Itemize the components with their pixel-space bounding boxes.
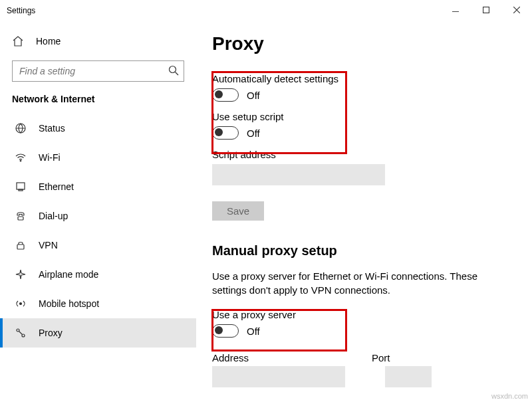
address-input[interactable] [212, 366, 345, 387]
nav-label: Wi-Fi [39, 152, 61, 163]
svg-point-8 [20, 303, 22, 305]
nav-ethernet[interactable]: Ethernet [0, 172, 196, 201]
search-box[interactable] [12, 60, 184, 82]
vpn-icon [15, 239, 27, 251]
window-controls: — [440, 0, 532, 21]
globe-icon [15, 122, 27, 134]
nav-label: Mobile hotspot [39, 298, 99, 309]
nav-label: Proxy [39, 328, 63, 338]
search-icon [168, 65, 179, 78]
port-label: Port [372, 352, 432, 363]
svg-rect-6 [18, 217, 23, 220]
nav-status[interactable]: Status [0, 114, 196, 143]
nav-dialup[interactable]: Dial-up [0, 201, 196, 231]
hotspot-icon [15, 298, 27, 310]
nav-label: Dial-up [39, 211, 68, 221]
sidebar: Home Network & Internet Status Wi-Fi Eth… [0, 21, 196, 400]
search-input[interactable] [12, 60, 184, 82]
nav-label: VPN [39, 240, 58, 250]
home-icon [12, 35, 24, 47]
close-icon [513, 7, 520, 15]
use-proxy-state: Off [247, 326, 260, 337]
svg-rect-0 [483, 7, 489, 13]
svg-point-9 [17, 329, 19, 332]
minimize-icon: — [452, 7, 459, 15]
main-panel: Proxy Automatically detect settings Off … [196, 21, 532, 400]
sidebar-section-header: Network & Internet [0, 94, 196, 114]
wifi-icon [15, 151, 27, 163]
toggle-knob [215, 326, 223, 334]
svg-rect-4 [17, 183, 25, 189]
script-address-label: Script address [212, 149, 513, 160]
script-address-input[interactable] [212, 164, 385, 185]
svg-point-1 [170, 66, 176, 73]
nav-proxy[interactable]: Proxy [0, 318, 196, 348]
nav-label: Ethernet [39, 181, 74, 192]
home-label: Home [36, 36, 61, 47]
toggle-knob [215, 128, 223, 136]
setup-script-label: Use setup script [212, 111, 513, 122]
dialup-icon [15, 210, 27, 222]
watermark: wsxdn.com [491, 392, 528, 400]
svg-rect-5 [19, 189, 23, 191]
toggle-knob [215, 90, 223, 98]
nav-label: Airplane mode [39, 269, 98, 280]
address-label: Address [212, 352, 345, 363]
svg-point-10 [22, 334, 25, 337]
ethernet-icon [15, 181, 27, 193]
use-proxy-toggle[interactable] [212, 324, 239, 338]
setup-script-state: Off [247, 128, 260, 139]
svg-point-3 [20, 160, 21, 161]
nav-airplane[interactable]: Airplane mode [0, 260, 196, 289]
nav-hotspot[interactable]: Mobile hotspot [0, 289, 196, 318]
nav-vpn[interactable]: VPN [0, 231, 196, 260]
manual-description: Use a proxy server for Ethernet or Wi-Fi… [212, 269, 498, 297]
auto-detect-toggle[interactable] [212, 88, 239, 102]
svg-rect-7 [17, 245, 24, 249]
home-nav[interactable]: Home [0, 29, 196, 54]
minimize-button[interactable]: — [440, 0, 471, 21]
window-title: Settings [7, 6, 35, 15]
page-heading: Proxy [212, 33, 513, 54]
titlebar: Settings — [0, 0, 532, 21]
manual-section-heading: Manual proxy setup [212, 243, 513, 258]
port-input[interactable] [385, 366, 432, 387]
proxy-icon [15, 327, 27, 339]
save-button[interactable]: Save [212, 201, 264, 221]
use-proxy-label: Use a proxy server [212, 309, 513, 320]
airplane-icon [15, 268, 27, 280]
setup-script-toggle[interactable] [212, 126, 239, 140]
maximize-button[interactable] [471, 0, 501, 21]
nav-label: Status [39, 123, 65, 134]
auto-detect-label: Automatically detect settings [212, 73, 513, 84]
auto-detect-state: Off [247, 90, 260, 101]
nav-wifi[interactable]: Wi-Fi [0, 143, 196, 172]
maximize-icon [483, 7, 489, 15]
close-button[interactable] [501, 0, 532, 21]
